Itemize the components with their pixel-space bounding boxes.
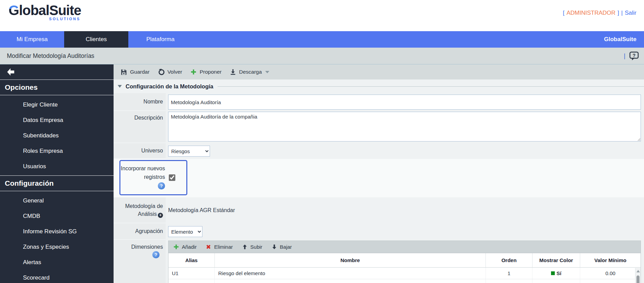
table-row[interactable]: U10 Riesgo del elemento NUEVO 2 No 0.00 [168,279,641,283]
plus-icon [190,69,197,75]
sidebar-item-usuarios[interactable]: Usuarios [0,159,114,174]
collapse-caret-icon[interactable] [118,85,122,88]
metodologia-analisis-value: Metodología AGR Estándar [168,197,641,223]
dimensiones-label: Dimensiones [131,244,163,250]
scrollbar-thumb[interactable] [636,275,640,283]
save-button[interactable]: Guardar [120,69,150,76]
agrupacion-select[interactable]: Elemento [168,226,202,237]
download-label: Descarga [239,69,262,75]
nav-right-label: GlobalSuite [604,31,636,48]
page-title: Modificar Metodología Auditorías [7,52,94,60]
bracket-open: [ [563,10,564,16]
field-row-descripcion: Descripción Metodología Auditoría de la … [114,111,644,143]
incorporar-check-wrap [165,161,186,194]
sidebar-section-opciones: Opciones [0,79,114,95]
descripcion-label: Descripción [114,111,166,143]
col-header-orden: Orden [486,253,532,267]
sidebar-item-informe-revision-sg[interactable]: Informe Revisión SG [0,224,114,239]
delete-row-label: Eliminar [214,244,233,250]
col-header-alias: Alias [168,253,215,267]
sidebar: Opciones Elegir Cliente Datos Empresa Su… [0,64,114,283]
propose-label: Proponer [200,69,222,75]
userbar-divider: | [621,10,623,16]
sidebar-item-general[interactable]: General [0,193,114,208]
sidebar-item-scorecard[interactable]: Scorecard [0,270,114,283]
sidebar-item-alertas[interactable]: Alertas [0,255,114,270]
sidebar-item-elegir-cliente[interactable]: Elegir Cliente [0,97,114,112]
universo-label: Universo [114,143,166,159]
user-bar: [ ADMINISTRADOR ] | Salir [563,10,636,16]
metodologia-analisis-label: Metodología de Análisis+ [114,197,166,223]
x-icon [205,244,212,250]
sidebar-item-subentidades[interactable]: Subentidades [0,128,114,143]
scrollbar-up-button[interactable] [635,268,641,274]
highlight-box: Incorporar nuevos registros ? [119,160,187,195]
nombre-label: Nombre [114,93,166,111]
field-row-agrupacion: Agrupación Elemento [114,223,644,240]
back-button[interactable]: Volver [157,69,182,76]
field-row-incorporar: Incorporar nuevos registros ? [114,159,644,197]
arrow-down-icon [271,244,278,250]
nav-tab-mi-empresa[interactable]: Mi Empresa [0,31,64,48]
action-toolbar: Guardar Volver Proponer D [114,64,644,79]
logo-initial: G [9,3,19,18]
move-up-button[interactable]: Subir [242,244,262,250]
incorporar-label-wrap: Incorporar nuevos registros ? [120,161,165,194]
cell-nombre: Riesgo del elemento [215,268,486,279]
incorporar-checkbox[interactable] [169,174,175,181]
grid-header-row: Alias Nombre Orden Mostrar Color Valor M… [168,253,641,268]
app-header: GlobalSuite SOLUTIONS [ ADMINISTRADOR ] … [0,0,644,31]
dimensiones-help-icon[interactable]: ? [152,251,160,258]
sidebar-item-cmdb[interactable]: CMDB [0,208,114,224]
color-swatch [551,271,555,275]
title-bar-right: | ? [624,48,639,64]
download-icon [230,69,236,75]
move-down-button[interactable]: Bajar [271,244,292,250]
col-header-mostrar-color: Mostrar Color [532,253,580,267]
cell-alias: U1 [168,268,215,279]
back-label: Volver [167,69,182,75]
field-row-metodologia-analisis: Metodología de Análisis+ Metodología AGR… [114,197,644,223]
add-row-label: Añadir [182,244,197,250]
grid-toolbar: Añadir Eliminar Subir [168,241,641,253]
incorporar-help-icon[interactable]: ? [158,182,165,189]
section-rule [218,86,644,87]
add-row-button[interactable]: Añadir [173,244,197,250]
table-row[interactable]: U1 Riesgo del elemento 1 Sí 0.00 [168,268,641,279]
main-content: Guardar Volver Proponer D [114,64,644,283]
field-row-dimensiones: Dimensiones ? Añadir Eliminar [114,240,644,283]
download-button[interactable]: Descarga [230,69,269,75]
undo-arrow-icon [157,69,165,76]
page-title-bar: Modificar Metodología Auditorías | ? [0,48,644,64]
sidebar-back-row [0,64,114,79]
section-header: Configuración de la Metodología [114,79,644,93]
sidebar-item-roles-empresa[interactable]: Roles Empresa [0,143,114,159]
propose-button[interactable]: Proponer [190,69,222,75]
field-row-universo: Universo Riesgos [114,143,644,159]
save-label: Guardar [130,69,150,75]
nav-tab-plataforma[interactable]: Plataforma [128,31,192,48]
metodologia-label-line2-wrap: Análisis+ [114,210,163,218]
back-arrow-icon[interactable] [6,68,16,76]
col-header-nombre: Nombre [215,253,486,267]
incorporar-label: Incorporar nuevos registros [121,165,165,180]
help-bubble-icon[interactable]: ? [629,51,639,61]
logout-link[interactable]: Salir [625,10,636,16]
app-window: GlobalSuite SOLUTIONS [ ADMINISTRADOR ] … [0,0,644,283]
sidebar-items-configuracion: General CMDB Informe Revisión SG Zonas y… [0,191,114,283]
cell-nombre: Riesgo del elemento NUEVO [215,279,486,283]
sidebar-items-opciones: Elegir Cliente Datos Empresa Subentidade… [0,95,114,174]
universo-select[interactable]: Riesgos [168,146,210,157]
sidebar-item-datos-empresa[interactable]: Datos Empresa [0,112,114,128]
field-row-nombre: Nombre [114,93,644,111]
add-circle-icon[interactable]: + [158,213,163,218]
nombre-input[interactable] [168,95,641,110]
cell-valor-minimo: 0.00 [580,279,641,283]
section-title: Configuración de la Metodología [126,83,213,90]
delete-row-button[interactable]: Eliminar [205,244,233,250]
nav-tab-clientes[interactable]: Clientes [64,31,128,48]
descripcion-textarea[interactable]: Metodología Auditoría de la compañia [168,112,641,142]
globalsuite-logo: GlobalSuite SOLUTIONS [9,3,81,21]
methodology-form: Configuración de la Metodología Nombre D… [114,79,644,283]
sidebar-item-zonas-y-especies[interactable]: Zonas y Especies [0,239,114,255]
